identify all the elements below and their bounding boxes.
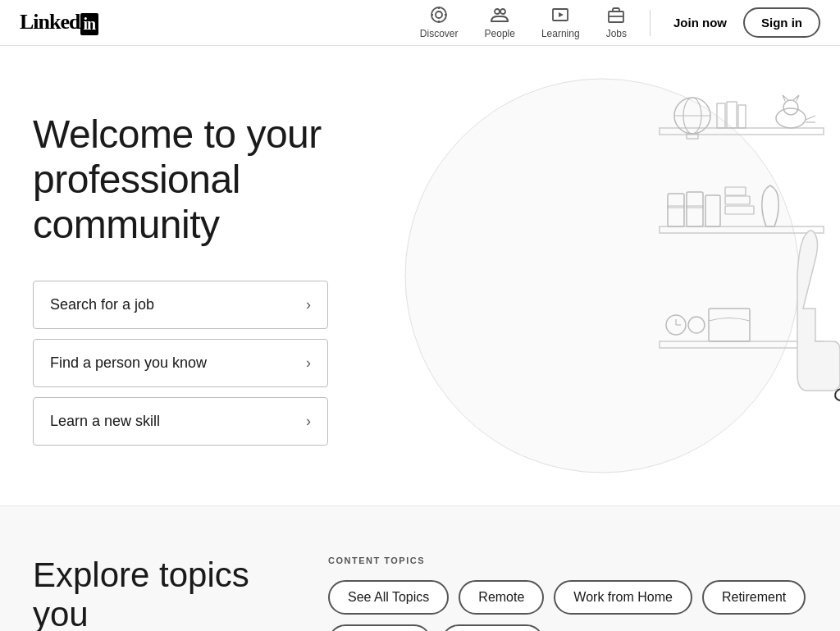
topic-work-from-home[interactable]: Work from Home <box>554 580 692 615</box>
svg-point-18 <box>776 108 806 128</box>
learn-skill-item[interactable]: Learn a new skill › <box>33 397 328 446</box>
topic-remote[interactable]: Remote <box>459 580 544 615</box>
svg-marker-9 <box>559 12 564 17</box>
svg-point-12 <box>405 79 799 473</box>
header: Linkedin Discover <box>0 0 840 46</box>
sign-in-button[interactable]: Sign in <box>743 7 820 38</box>
join-now-button[interactable]: Join now <box>664 9 737 36</box>
hero-title: Welcome to your professional community <box>33 112 345 248</box>
nav-divider <box>650 10 651 36</box>
hero-right <box>345 46 840 505</box>
svg-point-0 <box>431 7 446 22</box>
discover-icon <box>430 6 448 26</box>
topic-see-all[interactable]: See All Topics <box>328 580 449 615</box>
topics-grid: See All Topics Remote Work from Home Ret… <box>328 580 807 631</box>
search-job-item[interactable]: Search for a job › <box>33 281 328 329</box>
svg-point-1 <box>436 11 442 18</box>
topics-section: CONTENT TOPICS See All Topics Remote Wor… <box>328 556 807 631</box>
find-person-label: Find a person you know <box>50 354 207 372</box>
nav-discover[interactable]: Discover <box>410 6 468 39</box>
svg-point-6 <box>495 9 500 14</box>
svg-rect-24 <box>738 105 746 128</box>
nav-jobs[interactable]: Jobs <box>596 6 637 39</box>
action-list: Search for a job › Find a person you kno… <box>33 281 328 446</box>
nav-learning-label: Learning <box>541 28 580 39</box>
hero-illustration <box>348 62 840 505</box>
svg-line-20 <box>806 116 815 120</box>
nav-people-label: People <box>485 28 515 39</box>
hero-left: Welcome to your professional community S… <box>0 46 345 505</box>
jobs-icon <box>607 6 625 26</box>
nav-people[interactable]: People <box>475 6 525 39</box>
learn-skill-label: Learn a new skill <box>50 413 160 430</box>
hero-section: Welcome to your professional community S… <box>0 46 840 505</box>
nav-discover-label: Discover <box>420 28 459 39</box>
topic-freelancer[interactable]: Freelancer <box>441 624 543 631</box>
topic-retirement[interactable]: Retirement <box>702 580 806 615</box>
find-person-item[interactable]: Find a person you know › <box>33 339 328 387</box>
explore-title: Explore topics you are interested in <box>33 556 262 631</box>
people-icon <box>491 6 509 26</box>
topic-internships[interactable]: Internships <box>328 624 431 631</box>
chevron-right-icon: › <box>306 413 311 430</box>
topics-label: CONTENT TOPICS <box>328 556 807 565</box>
logo-text: Linkedin <box>20 10 98 35</box>
explore-text: Explore topics you are interested in <box>33 556 262 631</box>
search-job-label: Search for a job <box>50 296 154 313</box>
svg-point-7 <box>500 9 505 14</box>
svg-point-19 <box>783 100 798 115</box>
nav-learning[interactable]: Learning <box>532 6 590 39</box>
chevron-right-icon: › <box>306 354 311 372</box>
logo[interactable]: Linkedin <box>20 10 98 35</box>
main-nav: Discover People Learning <box>410 6 820 39</box>
nav-jobs-label: Jobs <box>606 28 627 39</box>
chevron-right-icon: › <box>306 296 311 313</box>
bottom-section: Explore topics you are interested in CON… <box>0 505 840 631</box>
learning-icon <box>551 6 569 26</box>
